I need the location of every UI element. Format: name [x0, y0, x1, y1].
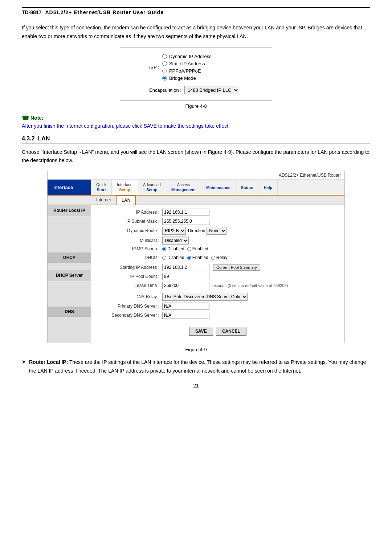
- ip-address-row: IP Address :: [97, 209, 339, 216]
- note-section: Note: After you finish the Internet conf…: [22, 115, 370, 129]
- dynamic-route-select[interactable]: RIP2-B: [162, 227, 186, 235]
- router-local-ip-section: IP Address : IP Subnet Mask : Dynamic Ro…: [97, 209, 339, 251]
- multicast-row: Multicast : Disabled: [97, 237, 339, 245]
- starting-ip-input[interactable]: [162, 264, 209, 271]
- document-title: ADSL2/2+ Ethernet/USB Router User Guide: [45, 9, 163, 15]
- lease-time-row: Lease Time : seconds (0 sets to default …: [97, 282, 339, 289]
- nav-help[interactable]: Help: [258, 180, 278, 195]
- igmp-enabled-radio[interactable]: [187, 247, 191, 251]
- note-text: After you finish the Internet configurat…: [22, 123, 370, 129]
- ip-pool-count-row: IP Pool Count :: [97, 273, 339, 280]
- secondary-dns-row: Secondary DNS Server :: [97, 312, 339, 319]
- bullet-label: Router Local IP:: [29, 359, 68, 365]
- isp-selection-box: ISP : Dynamic IP Address Static IP Addre…: [120, 48, 272, 100]
- save-button[interactable]: SAVE: [189, 327, 213, 336]
- dhcp-relay-radio[interactable]: [211, 256, 215, 260]
- current-pool-summary-button[interactable]: Current Pool Summary: [213, 264, 260, 271]
- page-header: TD-8817 ADSL2/2+ Ethernet/USB Router Use…: [22, 7, 370, 17]
- nav-status[interactable]: Status: [236, 180, 259, 195]
- radio-pppoa[interactable]: [162, 69, 167, 73]
- nav-left-label: Interface: [48, 180, 91, 195]
- igmp-snoop-row: IGMP Snoop : Disabled Enabled: [97, 246, 339, 251]
- figure-9-label: Figure 4-9: [22, 347, 370, 352]
- sub-nav-internet[interactable]: Internet: [91, 196, 116, 205]
- nav-interface-setup[interactable]: Interface Setup: [112, 180, 138, 195]
- bullet-content: Router Local IP: These are the IP settin…: [29, 358, 370, 376]
- router-body: Router Local IP DHCP DHCP Server DNS IP …: [48, 205, 344, 343]
- nav-maintenance[interactable]: Maintenance: [201, 180, 236, 195]
- sidebar-dhcp-server: DHCP Server: [48, 270, 91, 281]
- lease-time-input[interactable]: [162, 282, 209, 289]
- subnet-mask-row: IP Subnet Mask :: [97, 218, 339, 225]
- page-number: 21: [22, 383, 370, 389]
- router-ui-header: ADSL2/2+ Ethernet/USB Router: [48, 171, 344, 180]
- isp-option-dynamic[interactable]: Dynamic IP Address: [162, 54, 212, 59]
- encapsulation-select[interactable]: 1483 Bridged IP LLC: [184, 86, 239, 94]
- sidebar-router-local-ip: Router Local IP: [48, 205, 91, 216]
- dns-relay-row: DNS Relay : Use Auto Discovered DNS Serv…: [97, 293, 339, 301]
- dhcp-row: DHCP : Disabled Enabled Relay: [97, 255, 339, 260]
- isp-option-pppoa[interactable]: PPPoA/PPPoE: [162, 68, 212, 74]
- nav-items: Quick Start Interface Setup Advanced Set…: [91, 180, 344, 195]
- dhcp-server-section: Starting IP Address : Current Pool Summa…: [97, 264, 339, 289]
- bullet-text: These are the IP settings of the LAN int…: [29, 359, 366, 374]
- isp-radio-group: Dynamic IP Address Static IP Address PPP…: [162, 54, 212, 81]
- dhcp-enabled-radio[interactable]: [187, 256, 191, 260]
- sub-nav-lan[interactable]: LAN: [116, 196, 136, 205]
- nav-advanced-setup[interactable]: Advanced Setup: [138, 180, 166, 195]
- igmp-disabled-radio[interactable]: [162, 247, 166, 251]
- primary-dns-row: Primary DNS Server :: [97, 303, 339, 310]
- ip-address-input[interactable]: [162, 209, 209, 216]
- ip-pool-count-input[interactable]: [162, 273, 209, 280]
- bullet-point-section: ➤ Router Local IP: These are the IP sett…: [22, 358, 370, 376]
- router-nav-bar: Interface Quick Start Interface Setup Ad…: [48, 180, 344, 196]
- primary-dns-input[interactable]: [162, 303, 209, 310]
- dhcp-disabled-radio[interactable]: [162, 256, 166, 260]
- radio-static[interactable]: [162, 61, 167, 66]
- cancel-button[interactable]: CANCEL: [216, 327, 246, 336]
- button-row: SAVE CANCEL: [97, 323, 339, 339]
- router-ui-mockup: ADSL2/2+ Ethernet/USB Router Interface Q…: [47, 171, 345, 343]
- starting-ip-row: Starting IP Address : Current Pool Summa…: [97, 264, 339, 271]
- multicast-select[interactable]: Disabled: [162, 237, 189, 245]
- dns-relay-select[interactable]: Use Auto Discovered DNS Server Only: [162, 293, 248, 301]
- note-header: Note:: [22, 115, 370, 122]
- isp-option-bridge[interactable]: Bridge Mode: [162, 75, 212, 81]
- model-number: TD-8817: [22, 9, 41, 15]
- section-title: 4.3.2 LAN: [22, 135, 370, 144]
- subnet-mask-input[interactable]: [162, 218, 209, 225]
- nav-access-management[interactable]: Access Management: [166, 180, 201, 195]
- sub-nav: Internet LAN: [48, 196, 344, 205]
- radio-bridge[interactable]: [162, 76, 167, 81]
- lan-intro-paragraph: Choose "Interface Setup→LAN" menu, and y…: [22, 148, 370, 165]
- direction-select[interactable]: None: [207, 227, 226, 235]
- secondary-dns-input[interactable]: [162, 312, 209, 319]
- dhcp-section: DHCP : Disabled Enabled Relay: [97, 255, 339, 260]
- router-sidebar: Router Local IP DHCP DHCP Server DNS: [48, 205, 91, 343]
- isp-label: ISP : Dynamic IP Address Static IP Addre…: [149, 54, 263, 81]
- intro-paragraph: If you select this type of connection, t…: [22, 24, 370, 41]
- sidebar-dhcp: DHCP: [48, 253, 91, 263]
- radio-dynamic[interactable]: [162, 54, 167, 59]
- nav-quick-start[interactable]: Quick Start: [91, 180, 112, 195]
- lease-time-note: seconds (0 sets to default value of 2592…: [212, 283, 288, 288]
- dns-section: DNS Relay : Use Auto Discovered DNS Serv…: [97, 293, 339, 319]
- isp-option-static[interactable]: Static IP Address: [162, 61, 212, 66]
- encapsulation-row: Encapsulation : 1483 Bridged IP LLC: [149, 86, 263, 94]
- bullet-arrow-icon: ➤: [22, 359, 26, 365]
- router-content: IP Address : IP Subnet Mask : Dynamic Ro…: [91, 205, 344, 343]
- figure-8-label: Figure 4-8: [22, 103, 370, 109]
- dynamic-route-row: Dynamic Route : RIP2-B Direction None: [97, 227, 339, 235]
- sidebar-dns: DNS: [48, 307, 91, 317]
